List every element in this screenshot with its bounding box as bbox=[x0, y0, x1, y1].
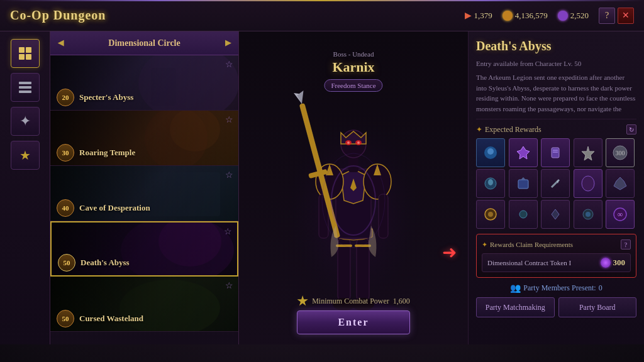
arrow-indicator: ➜ bbox=[442, 242, 457, 263]
reward-item bbox=[574, 200, 602, 229]
dungeon-level-3: 40 bbox=[57, 199, 74, 217]
svg-point-54 bbox=[488, 212, 493, 217]
resource-gold-value: 4,136,579 bbox=[515, 11, 548, 21]
dungeon-item-specters-abyss[interactable]: 20 Specter's Abyss ☆ bbox=[50, 55, 238, 111]
rewards-icon: ✦ bbox=[476, 125, 482, 134]
window-buttons: ? ✕ bbox=[599, 8, 634, 24]
reward-item bbox=[574, 169, 602, 198]
gem-icon bbox=[558, 11, 568, 21]
enter-button-area: Enter bbox=[297, 310, 410, 334]
dungeon-level-5: 50 bbox=[57, 310, 74, 327]
resource-gold: 4,136,579 bbox=[502, 11, 548, 21]
dungeon-level-2: 30 bbox=[57, 144, 74, 162]
req-help-button[interactable]: ? bbox=[621, 239, 631, 250]
dungeon-item-cave-desperation[interactable]: 40 Cave of Desperation ☆ bbox=[50, 166, 238, 221]
rewards-title: ✦ Expected Rewards bbox=[476, 125, 541, 134]
party-board-button[interactable]: Party Board bbox=[558, 297, 637, 317]
nav-grid-icon[interactable] bbox=[11, 39, 40, 68]
left-nav: ✦ ★ bbox=[0, 31, 50, 344]
nav-layout-icon[interactable] bbox=[11, 73, 40, 102]
top-bar-decoration bbox=[0, 0, 644, 1]
resource-arrows: ▶ 1,379 bbox=[465, 10, 492, 21]
dungeon-info-4: 50 Death's Abyss bbox=[52, 250, 237, 275]
svg-point-45 bbox=[488, 179, 493, 185]
nav-plus-icon[interactable]: ✦ bbox=[11, 107, 40, 136]
dungeon-list-panel: Dimensional Circle 20 Specter's Abyss bbox=[50, 31, 239, 344]
dungeon-item-deaths-abyss[interactable]: 50 Death's Abyss ☆ bbox=[50, 221, 238, 277]
boss-info-overlay: Boss - Undead Karnix Freedom Stance bbox=[324, 50, 382, 92]
main-window: Co-Op Dungeon ▶ 1,379 4,136,579 2,520 ? … bbox=[0, 0, 644, 362]
dungeon-star-5[interactable]: ☆ bbox=[225, 280, 233, 291]
arrow-icon: ▶ bbox=[465, 10, 472, 21]
boss-type-label: Boss - Undead bbox=[324, 50, 382, 58]
dungeon-star-4[interactable]: ☆ bbox=[224, 226, 232, 237]
resource-arrows-value: 1,379 bbox=[474, 11, 492, 21]
panel-header: Dimensional Circle bbox=[50, 31, 238, 55]
reward-item bbox=[509, 169, 538, 198]
dungeon-item-cursed-wasteland[interactable]: 50 Cursed Wasteland ☆ bbox=[50, 277, 238, 332]
svg-rect-24 bbox=[348, 156, 358, 172]
party-matchmaking-button[interactable]: Party Matchmaking bbox=[476, 297, 555, 317]
req-icon: ✦ bbox=[482, 241, 487, 249]
boss-stance-badge: Freedom Stance bbox=[324, 79, 382, 92]
combat-power-icon bbox=[297, 295, 308, 307]
req-item-name: Dimensional Contract Token I bbox=[487, 259, 571, 266]
reward-item bbox=[574, 138, 602, 167]
rewards-section: ✦ Expected Rewards ↻ bbox=[476, 124, 636, 229]
svg-marker-52 bbox=[614, 177, 626, 190]
help-button[interactable]: ? bbox=[599, 8, 615, 24]
svg-point-29 bbox=[357, 141, 360, 144]
svg-rect-10 bbox=[338, 238, 350, 301]
detail-title: Death's Abyss bbox=[476, 39, 636, 53]
resource-gems-value: 2,520 bbox=[570, 11, 589, 21]
content-area: ✦ ★ Dimensional Circle bbox=[0, 31, 644, 344]
dungeon-star-1[interactable]: ☆ bbox=[225, 59, 233, 70]
req-header: ✦ Rewards Claim Requirements ? bbox=[482, 239, 631, 250]
reward-item: ∞ bbox=[606, 200, 635, 229]
close-button[interactable]: ✕ bbox=[618, 8, 634, 24]
svg-point-50 bbox=[582, 176, 594, 191]
dungeon-list: 20 Specter's Abyss ☆ 30 bbox=[50, 55, 238, 344]
dungeon-description: The Arkeum Legion sent one expedition af… bbox=[476, 72, 636, 119]
refresh-icon[interactable]: ↻ bbox=[626, 124, 636, 134]
dungeon-level-4: 50 bbox=[58, 254, 75, 272]
reward-item bbox=[476, 138, 505, 167]
svg-marker-47 bbox=[521, 177, 526, 180]
reward-item bbox=[541, 169, 570, 198]
reward-item bbox=[541, 138, 570, 167]
req-title: ✦ Rewards Claim Requirements bbox=[482, 241, 573, 249]
dungeon-info-1: 20 Specter's Abyss bbox=[50, 85, 238, 110]
resources-bar: ▶ 1,379 4,136,579 2,520 bbox=[465, 10, 589, 21]
dungeon-name-5: Cursed Wasteland bbox=[79, 314, 143, 324]
svg-point-58 bbox=[586, 212, 591, 217]
reward-item bbox=[541, 200, 570, 229]
dungeon-item-roaring-temple[interactable]: 30 Roaring Temple ☆ bbox=[50, 111, 238, 166]
requirements-section: ✦ Rewards Claim Requirements ? Dimension… bbox=[476, 234, 636, 278]
party-members-label: 👥 Party Members Present: 0 bbox=[476, 283, 636, 293]
window-title: Co-Op Dungeon bbox=[10, 8, 106, 23]
reward-item bbox=[509, 138, 538, 167]
nav-star-icon[interactable]: ★ bbox=[11, 141, 40, 170]
dungeon-name-3: Cave of Desperation bbox=[79, 203, 150, 213]
gold-icon bbox=[502, 11, 513, 21]
reward-item: 300 bbox=[606, 138, 635, 167]
reward-item bbox=[476, 200, 505, 229]
svg-rect-55 bbox=[519, 211, 527, 218]
svg-rect-11 bbox=[357, 238, 369, 301]
entry-level: Entry available from Character Lv. 50 bbox=[476, 60, 636, 67]
svg-point-37 bbox=[487, 148, 494, 155]
combat-power-label: Minimum Combat Power bbox=[312, 297, 389, 306]
dungeon-name-4: Death's Abyss bbox=[80, 258, 130, 268]
dungeon-name-2: Roaring Temple bbox=[79, 148, 135, 158]
party-buttons: Party Matchmaking Party Board bbox=[476, 297, 636, 317]
reward-item bbox=[606, 169, 635, 198]
reward-item bbox=[509, 200, 538, 229]
dungeon-star-2[interactable]: ☆ bbox=[225, 114, 233, 125]
dungeon-info-2: 30 Roaring Temple bbox=[50, 140, 238, 165]
reward-item bbox=[476, 169, 505, 198]
dungeon-name-1: Specter's Abyss bbox=[79, 92, 133, 102]
enter-button[interactable]: Enter bbox=[297, 310, 410, 334]
token-icon bbox=[601, 258, 611, 268]
dungeon-star-3[interactable]: ☆ bbox=[225, 170, 233, 180]
rewards-grid: 300 bbox=[476, 138, 636, 229]
